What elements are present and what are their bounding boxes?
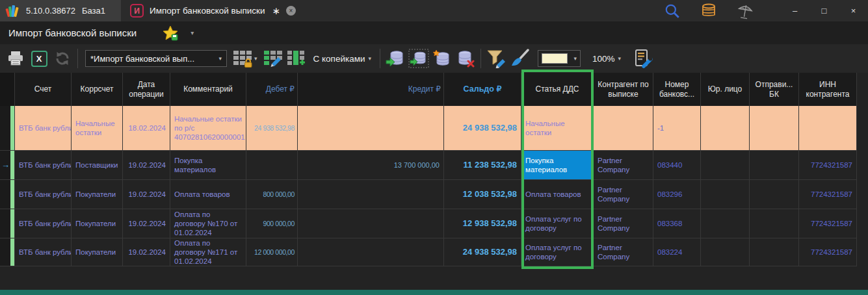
favorite-star-icon[interactable]: [163, 25, 179, 41]
col-header-marker[interactable]: [0, 73, 15, 106]
search-icon[interactable]: [661, 0, 684, 22]
cell-corr_account[interactable]: Покупатели: [72, 180, 123, 209]
cell-date[interactable]: 19.02.2024: [123, 238, 170, 266]
col-header-dds[interactable]: Статья ДДС: [521, 73, 594, 106]
cell-corr_account[interactable]: Начальные остатки: [72, 106, 123, 150]
grid-edit-button[interactable]: [261, 47, 285, 70]
cell-sender_bk[interactable]: [750, 106, 799, 150]
col-header-comment[interactable]: Комментарий: [170, 73, 246, 106]
cell-legal_entity[interactable]: [701, 151, 750, 179]
table-row[interactable]: ВТБ банк рублиПокупатели19.02.2024Оплата…: [0, 238, 857, 266]
cell-inn[interactable]: [799, 106, 857, 150]
db-delete-button[interactable]: [454, 47, 477, 70]
cell-sender_bk[interactable]: [750, 238, 799, 266]
cell-debit[interactable]: 24 938 532,98: [246, 106, 298, 150]
zoom-dropdown[interactable]: 100% ▾: [592, 54, 621, 64]
cell-saldo[interactable]: 12 038 532,98: [444, 180, 521, 209]
table-row[interactable]: ВТБ банк рублиНачальные остатки18.02.202…: [0, 106, 857, 151]
maximize-button[interactable]: □: [809, 0, 839, 21]
format-brush-button[interactable]: [508, 47, 531, 70]
table-row[interactable]: ВТБ банк рублиПокупатели19.02.2024Оплата…: [0, 180, 857, 209]
cell-dds[interactable]: Оплата услуг по договору: [521, 238, 594, 266]
cell-bank_number[interactable]: 083296: [653, 180, 701, 209]
db-load-selected-button[interactable]: [407, 47, 430, 70]
cell-marker[interactable]: [0, 106, 15, 150]
table-row[interactable]: →ВТБ банк рублиПоставщики19.02.2024Покуп…: [0, 151, 857, 180]
cell-inn[interactable]: 7724321587: [799, 180, 857, 209]
cell-credit[interactable]: [298, 180, 444, 209]
cell-sender_bk[interactable]: [750, 209, 799, 238]
report-settings-button[interactable]: [631, 47, 655, 70]
cell-date[interactable]: 19.02.2024: [123, 209, 170, 238]
cell-corr_account[interactable]: Покупатели: [72, 209, 123, 238]
col-header-debit[interactable]: Дебет ₽: [246, 73, 298, 106]
cell-legal_entity[interactable]: [701, 180, 750, 209]
cell-date[interactable]: 19.02.2024: [123, 180, 170, 209]
filter-edit-button[interactable]: [484, 47, 508, 70]
cell-credit[interactable]: 13 700 000,00: [298, 151, 444, 179]
cell-saldo[interactable]: 24 938 532,98: [444, 106, 521, 150]
cell-comment[interactable]: Покупка материалов: [170, 151, 246, 179]
cell-account[interactable]: ВТБ банк рубли: [15, 238, 72, 266]
view-selector-dropdown[interactable]: *Импорт банковской вып... ▾: [85, 50, 227, 67]
cell-legal_entity[interactable]: [701, 209, 750, 238]
cell-credit[interactable]: [298, 238, 444, 266]
cell-legal_entity[interactable]: [701, 106, 750, 150]
cell-counterparty[interactable]: Partner Company: [594, 209, 653, 238]
cell-dds[interactable]: Оплата товаров: [521, 180, 594, 209]
cell-sender_bk[interactable]: [750, 151, 799, 179]
cell-credit[interactable]: [298, 106, 444, 150]
col-header-saldo[interactable]: Сальдо ₽: [444, 73, 521, 106]
cell-date[interactable]: 19.02.2024: [123, 151, 170, 179]
cell-inn[interactable]: 7724321587: [799, 209, 857, 238]
cell-saldo[interactable]: 11 238 532,98: [444, 151, 521, 179]
cell-bank_number[interactable]: 083440: [653, 151, 701, 179]
close-button[interactable]: ×: [839, 0, 868, 21]
cell-inn[interactable]: 7724321587: [799, 238, 857, 266]
cell-account[interactable]: ВТБ банк рубли: [15, 106, 72, 150]
col-header-inn[interactable]: ИНН контрагента: [799, 73, 857, 106]
database-icon[interactable]: [697, 0, 720, 22]
col-header-account[interactable]: Счет: [15, 73, 72, 106]
db-load-button[interactable]: [384, 47, 407, 70]
cell-dds[interactable]: Покупка материалов: [521, 151, 594, 179]
minimize-button[interactable]: –: [780, 0, 809, 21]
tab-import-bank-statement[interactable]: И Импорт банковской выписки ∗ ×: [130, 4, 296, 18]
cell-bank_number[interactable]: 083224: [653, 238, 701, 266]
cell-marker[interactable]: →: [0, 151, 15, 179]
row-color-picker[interactable]: ▾: [538, 50, 581, 67]
cell-counterparty[interactable]: Partner Company: [594, 151, 653, 179]
cell-marker[interactable]: [0, 180, 15, 209]
tab-close-icon[interactable]: ×: [286, 6, 296, 16]
kopecks-dropdown[interactable]: С копейками ▾: [313, 54, 372, 64]
db-new-button[interactable]: [430, 47, 454, 70]
cell-comment[interactable]: Оплата по договору №170 от 01.02.2024: [170, 209, 246, 238]
grid-settings-dropdown-icon[interactable]: ▾: [254, 55, 257, 62]
cell-bank_number[interactable]: 083368: [653, 209, 701, 238]
cell-debit[interactable]: 12 000 000,00: [246, 238, 298, 266]
cell-dds[interactable]: Оплата услуг по договору: [521, 209, 594, 238]
cell-credit[interactable]: [298, 209, 444, 238]
cell-debit[interactable]: 800 000,00: [246, 180, 298, 209]
col-header-credit[interactable]: Кредит ₽: [298, 73, 444, 106]
cell-bank_number[interactable]: -1: [653, 106, 701, 150]
print-button[interactable]: [4, 47, 27, 70]
excel-export-button[interactable]: X: [27, 47, 51, 70]
cell-counterparty[interactable]: Partner Company: [594, 180, 653, 209]
cell-account[interactable]: ВТБ банк рубли: [15, 180, 72, 209]
cell-counterparty[interactable]: [594, 106, 653, 150]
cell-account[interactable]: ВТБ банк рубли: [15, 151, 72, 179]
cell-comment[interactable]: Оплата по договору №171 от 01.02.2024: [170, 238, 246, 266]
cell-comment[interactable]: Оплата товаров: [170, 180, 246, 209]
cell-inn[interactable]: 7724321587: [799, 151, 857, 179]
cell-date[interactable]: 18.02.2024: [123, 106, 170, 150]
col-header-counterparty[interactable]: Контрагент по выписке: [594, 73, 653, 106]
cell-marker[interactable]: [0, 238, 15, 266]
cell-corr_account[interactable]: Поставщики: [72, 151, 123, 179]
col-header-date[interactable]: Дата операции: [123, 73, 170, 106]
vacation-umbrella-icon[interactable]: [733, 0, 757, 22]
cell-saldo[interactable]: 12 938 532,98: [444, 209, 521, 238]
col-header-corr_account[interactable]: Коррсчет: [72, 73, 123, 106]
cell-legal_entity[interactable]: [701, 238, 750, 266]
favorite-dropdown-icon[interactable]: ▾: [191, 29, 194, 36]
